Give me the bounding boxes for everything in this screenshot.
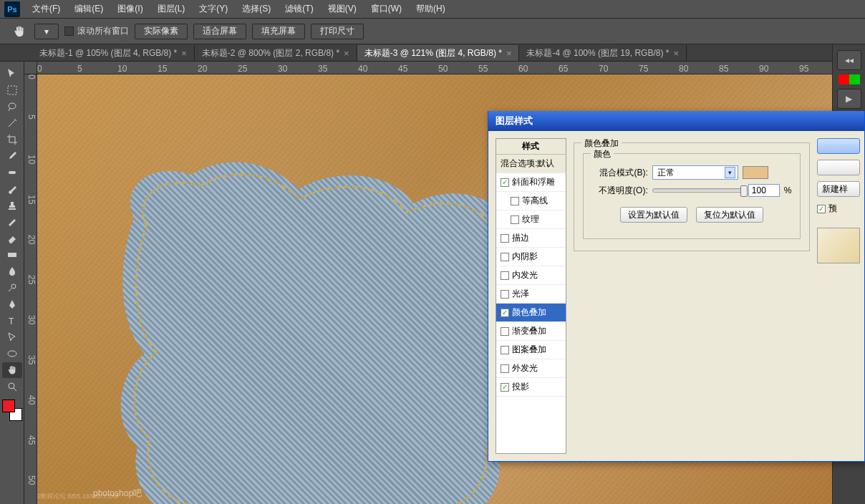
collapse-panel-icon[interactable]: ◂◂: [837, 50, 861, 70]
cancel-button[interactable]: [817, 160, 860, 175]
style-item-11[interactable]: ✓投影: [496, 378, 566, 397]
checkbox-icon[interactable]: ✓: [501, 383, 509, 392]
lasso-tool[interactable]: [2, 99, 22, 115]
blend-mode-label: 混合模式(B):: [592, 167, 648, 179]
opacity-input[interactable]: [748, 184, 780, 197]
crop-tool[interactable]: [2, 132, 22, 147]
fg-color-swatch[interactable]: [2, 399, 15, 412]
ok-button[interactable]: [817, 138, 860, 154]
slider-thumb[interactable]: [740, 185, 748, 197]
ps-logo: Ps: [4, 1, 20, 17]
actual-pixels-button[interactable]: 实际像素: [135, 24, 188, 39]
checkbox-icon[interactable]: ✓: [817, 205, 826, 213]
doc-tab-3[interactable]: 未标题-3 @ 121% (图层 4, RGB/8) *×: [357, 45, 520, 61]
tool-preset-dropdown[interactable]: ▾: [34, 24, 59, 39]
doc-tab-1[interactable]: 未标题-1 @ 105% (图层 4, RGB/8) *×: [32, 45, 195, 61]
fit-screen-button[interactable]: 适合屏幕: [193, 24, 246, 39]
eraser-tool[interactable]: [2, 231, 22, 246]
type-tool[interactable]: T: [2, 313, 22, 329]
mini-swatches[interactable]: [839, 74, 860, 84]
overlay-color-swatch[interactable]: [743, 166, 768, 179]
gradient-tool[interactable]: [2, 247, 22, 263]
marquee-tool[interactable]: [2, 82, 22, 98]
checkbox-icon[interactable]: [64, 26, 74, 36]
checkbox-icon[interactable]: ✓: [501, 178, 509, 187]
svg-point-5: [11, 284, 16, 289]
pen-tool[interactable]: [2, 296, 22, 312]
blend-mode-select[interactable]: 正常 ▾: [652, 165, 738, 180]
preview-checkbox[interactable]: ✓ 预: [817, 203, 860, 215]
reset-default-button[interactable]: 复位为默认值: [696, 207, 763, 223]
eyedropper-tool[interactable]: [2, 148, 22, 164]
checkbox-icon[interactable]: [511, 197, 519, 205]
menu-view[interactable]: 视图(V): [322, 0, 363, 18]
ruler-horizontal[interactable]: 05101520253035404550556065707580859095: [37, 62, 832, 74]
style-item-7[interactable]: ✓颜色叠加: [496, 304, 566, 322]
doc-tab-2[interactable]: 未标题-2 @ 800% (图层 2, RGB/8) *×: [195, 45, 357, 61]
print-size-button[interactable]: 打印尺寸: [311, 24, 364, 39]
opacity-slider[interactable]: [652, 188, 744, 193]
close-icon[interactable]: ×: [673, 48, 679, 59]
style-item-4[interactable]: 内阴影: [496, 248, 566, 266]
style-item-5[interactable]: 内发光: [496, 266, 566, 285]
blending-options-default[interactable]: 混合选项:默认: [496, 155, 566, 173]
close-icon[interactable]: ×: [506, 48, 512, 59]
stamp-tool[interactable]: [2, 198, 22, 213]
dialog-title[interactable]: 图层样式: [488, 111, 864, 131]
play-icon[interactable]: ▶: [837, 89, 861, 109]
close-icon[interactable]: ×: [344, 48, 349, 59]
menu-type[interactable]: 文字(Y): [193, 0, 234, 18]
checkbox-icon[interactable]: [501, 290, 509, 299]
checkbox-icon[interactable]: [501, 364, 509, 373]
svg-rect-0: [8, 86, 16, 94]
menu-window[interactable]: 窗口(W): [364, 0, 408, 18]
hand-tool[interactable]: [2, 362, 22, 378]
style-item-label: 斜面和浮雕: [512, 176, 555, 188]
style-preview: [817, 228, 860, 263]
style-item-0[interactable]: ✓斜面和浮雕: [496, 173, 566, 192]
zoom-tool[interactable]: [2, 379, 22, 394]
checkbox-icon[interactable]: [501, 271, 509, 280]
brush-tool[interactable]: [2, 181, 22, 197]
opacity-label: 不透明度(O):: [592, 185, 648, 197]
heal-tool[interactable]: [2, 165, 22, 180]
dodge-tool[interactable]: [2, 280, 22, 296]
checkbox-icon[interactable]: [511, 215, 519, 224]
style-item-2[interactable]: 纹理: [496, 210, 566, 229]
style-item-9[interactable]: 图案叠加: [496, 341, 566, 359]
set-default-button[interactable]: 设置为默认值: [620, 207, 687, 223]
style-item-3[interactable]: 描边: [496, 229, 566, 248]
history-brush-tool[interactable]: [2, 214, 22, 230]
shape-tool[interactable]: [2, 346, 22, 362]
path-select-tool[interactable]: [2, 329, 22, 345]
menu-file[interactable]: 文件(F): [26, 0, 67, 18]
style-item-8[interactable]: 渐变叠加: [496, 322, 566, 341]
checkbox-icon[interactable]: [501, 327, 509, 336]
checkbox-icon[interactable]: ✓: [501, 309, 509, 317]
color-subgroup-label: 颜色: [591, 148, 614, 160]
checkbox-icon[interactable]: [501, 346, 509, 354]
doc-tab-4[interactable]: 未标题-4 @ 100% (图层 19, RGB/8) *×: [519, 45, 687, 61]
checkbox-icon[interactable]: [501, 253, 509, 261]
wand-tool[interactable]: [2, 115, 22, 131]
style-item-6[interactable]: 光泽: [496, 285, 566, 304]
color-swatches[interactable]: [2, 399, 22, 421]
menu-layer[interactable]: 图层(L): [151, 0, 192, 18]
style-item-1[interactable]: 等高线: [496, 192, 566, 210]
checkbox-icon[interactable]: [501, 234, 509, 243]
style-item-label: 描边: [512, 232, 529, 244]
chevron-down-icon[interactable]: ▾: [725, 167, 735, 178]
menu-select[interactable]: 选择(S): [236, 0, 277, 18]
menu-filter[interactable]: 滤镜(T): [279, 0, 319, 18]
menu-edit[interactable]: 编辑(E): [68, 0, 110, 18]
menu-help[interactable]: 帮助(H): [410, 0, 452, 18]
close-icon[interactable]: ×: [181, 48, 187, 59]
new-style-button[interactable]: 新建样: [817, 181, 860, 197]
fill-screen-button[interactable]: 填充屏幕: [252, 24, 305, 39]
move-tool[interactable]: [2, 66, 22, 82]
blur-tool[interactable]: [2, 263, 22, 279]
style-item-10[interactable]: 外发光: [496, 359, 566, 378]
menu-image[interactable]: 图像(I): [111, 0, 149, 18]
ruler-vertical[interactable]: 05101520253035404550: [24, 74, 37, 504]
scroll-all-windows-option[interactable]: 滚动所有窗口: [64, 25, 129, 37]
